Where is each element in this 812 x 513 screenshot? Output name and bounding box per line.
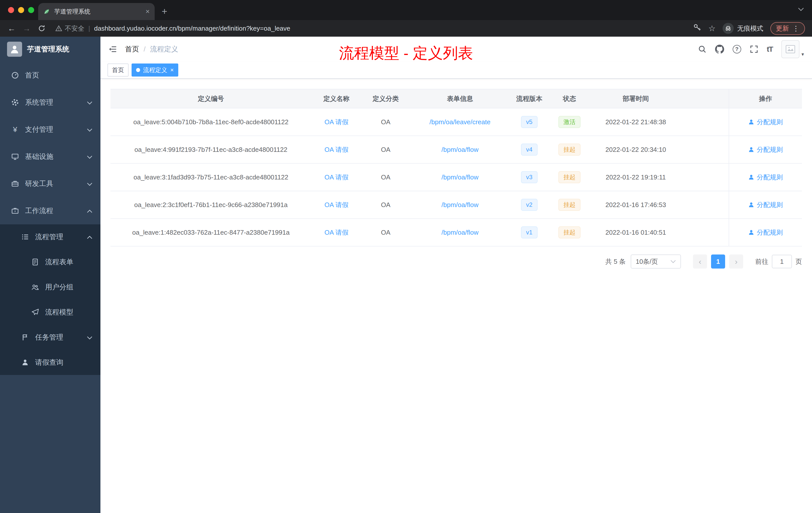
header-definition-name: 定义名称 [311, 89, 361, 108]
browser-toolbar: ← → 不安全 | dashboard.yudao.iocoder.cn/bpm… [0, 20, 812, 37]
cell-definition-id: oa_leave:2:3c1f0ef1-76b1-11ec-9c66-a2380… [111, 191, 311, 218]
back-button[interactable]: ← [5, 22, 18, 35]
sidebar-item-leave-query[interactable]: 请假查询 [0, 350, 100, 375]
sidebar-item-process-form[interactable]: 流程表单 [0, 249, 100, 275]
sidebar-item-user-group[interactable]: 用户分组 [0, 275, 100, 300]
main-area: 首页 / 流程定义 ? tT [100, 37, 812, 513]
definition-name-link[interactable]: OA 请假 [324, 145, 348, 154]
cell-deploy-time: 2022-01-22 21:48:38 [590, 109, 681, 135]
page-content: 定义编号 定义名称 定义分类 表单信息 流程版本 状态 部署时间 操作 oa_l… [100, 79, 812, 513]
definition-name-link[interactable]: OA 请假 [324, 201, 348, 209]
search-icon[interactable] [698, 45, 706, 54]
person-icon [21, 358, 29, 366]
user-menu[interactable]: ▾ [781, 40, 804, 58]
chevron-down-icon [87, 125, 92, 133]
assign-rule-button[interactable]: 分配规则 [748, 228, 783, 237]
sidebar: 芋道管理系统 首页 系统管理 ¥ 支付管 [0, 37, 100, 513]
list-icon [21, 233, 29, 241]
assign-rule-button[interactable]: 分配规则 [748, 173, 783, 182]
bookmark-star-icon[interactable]: ☆ [708, 24, 716, 33]
sidebar-item-process-model[interactable]: 流程模型 [0, 300, 100, 325]
chevron-up-icon [87, 233, 92, 241]
chevron-down-icon [87, 180, 92, 188]
sidebar-item-devtools[interactable]: 研发工具 [0, 170, 100, 197]
sidebar-item-workflow[interactable]: 工作流程 [0, 197, 100, 224]
tab-favicon-icon [43, 8, 50, 15]
avatar[interactable] [781, 40, 800, 58]
definition-name-link[interactable]: OA 请假 [324, 173, 348, 182]
cell-definition-id: oa_leave:5:004b710b-7b8a-11ec-8ef0-acde4… [111, 109, 311, 135]
chrome-update-button[interactable]: 更新 ⋮ [770, 22, 805, 35]
prev-page-button[interactable]: ‹ [693, 254, 707, 269]
app-logo[interactable]: 芋道管理系统 [0, 37, 100, 62]
sidebar-item-system[interactable]: 系统管理 [0, 89, 100, 116]
new-tab-button[interactable]: + [162, 6, 167, 16]
help-icon[interactable]: ? [733, 45, 741, 54]
definition-name-link[interactable]: OA 请假 [324, 118, 348, 126]
assign-rule-button[interactable]: 分配规则 [748, 145, 783, 154]
tag-close-icon[interactable]: × [170, 67, 174, 73]
breadcrumb: 首页 / 流程定义 [125, 44, 178, 54]
active-tag-dot [136, 68, 140, 72]
sidebar-item-task-management[interactable]: 任务管理 [0, 325, 100, 350]
breadcrumb-home[interactable]: 首页 [125, 44, 139, 54]
assign-rule-button[interactable]: 分配规则 [748, 118, 783, 126]
incognito-icon [723, 23, 734, 34]
security-status[interactable]: 不安全 [55, 24, 84, 33]
browser-menu-icon[interactable]: ⋮ [792, 24, 800, 33]
sidebar-item-infrastructure[interactable]: 基础设施 [0, 143, 100, 170]
version-tag: v5 [521, 116, 537, 128]
version-tag: v1 [521, 227, 537, 238]
sidebar-item-process-management[interactable]: 流程管理 [0, 224, 100, 249]
breadcrumb-current: 流程定义 [150, 44, 178, 54]
table-row: oa_leave:4:991f2193-7b7f-11ec-a3c8-acde4… [111, 136, 802, 163]
cell-category: OA [361, 191, 410, 218]
header-status: 状态 [548, 89, 590, 108]
cell-deploy-time: 2022-01-16 17:46:53 [590, 191, 681, 218]
screen: 芋道管理系统 × + ← → 不安全 | dashboard.yudao.ioc… [0, 0, 812, 513]
assign-rule-button[interactable]: 分配规则 [748, 201, 783, 209]
header-form-info: 表单信息 [410, 89, 510, 108]
header-definition-category: 定义分类 [361, 89, 410, 108]
fullscreen-icon[interactable] [750, 45, 758, 54]
tab-search-chevron-icon[interactable] [798, 7, 804, 11]
font-size-icon[interactable]: tT [767, 45, 773, 54]
window-minimize-button[interactable] [18, 7, 24, 13]
github-icon[interactable] [715, 45, 724, 54]
goto-label: 前往 [755, 257, 768, 266]
cell-category: OA [361, 219, 410, 246]
table-row: oa_leave:3:1fad3d93-7b75-11ec-a3c8-acde4… [111, 163, 802, 191]
annotation-title: 流程模型 - 定义列表 [339, 43, 473, 63]
sidebar-item-home[interactable]: 首页 [0, 62, 100, 89]
tag-process-definition[interactable]: 流程定义 × [132, 63, 178, 77]
form-link[interactable]: /bpm/oa/leave/create [430, 118, 491, 126]
goto-page-input[interactable] [772, 255, 792, 268]
cell-deploy-time: 2022-01-16 01:40:51 [590, 219, 681, 246]
window-controls [8, 7, 34, 13]
people-icon [31, 283, 39, 291]
page-size-select[interactable]: 10条/页 [631, 254, 681, 269]
chevron-up-icon [87, 207, 92, 215]
table-row: oa_leave:1:482ec033-762a-11ec-8477-a2380… [111, 219, 802, 246]
forward-button[interactable]: → [20, 22, 33, 35]
form-link[interactable]: /bpm/oa/flow [441, 146, 478, 154]
form-link[interactable]: /bpm/oa/flow [441, 201, 478, 209]
next-page-button[interactable]: › [729, 254, 743, 269]
form-link[interactable]: /bpm/oa/flow [441, 229, 478, 236]
tab-close-icon[interactable]: × [146, 8, 150, 15]
current-page-button[interactable]: 1 [711, 254, 725, 269]
tag-home[interactable]: 首页 [108, 63, 128, 77]
definition-name-link[interactable]: OA 请假 [324, 228, 348, 237]
toolbox-icon [11, 180, 19, 188]
sidebar-item-payment[interactable]: ¥ 支付管理 [0, 116, 100, 143]
window-zoom-button[interactable] [28, 7, 34, 13]
password-key-icon[interactable] [693, 23, 701, 33]
window-close-button[interactable] [8, 7, 14, 13]
address-bar[interactable]: 不安全 | dashboard.yudao.iocoder.cn/bpm/man… [55, 24, 686, 33]
reload-button[interactable] [35, 22, 48, 35]
caret-down-icon: ▾ [802, 51, 804, 58]
sidebar-toggle-icon[interactable] [109, 45, 117, 54]
form-link[interactable]: /bpm/oa/flow [441, 174, 478, 181]
browser-tab[interactable]: 芋道管理系统 × [38, 3, 155, 20]
tab-strip: 芋道管理系统 × + [0, 0, 812, 20]
